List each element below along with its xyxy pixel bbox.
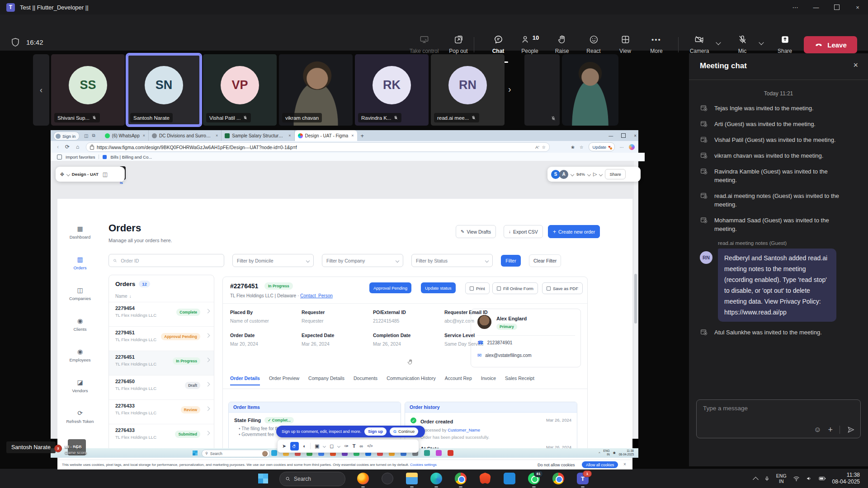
zoom-chevron-icon[interactable]	[587, 172, 591, 176]
raise-hand-button[interactable]: Raise	[544, 34, 580, 54]
favorite-star-icon[interactable]: ☆	[542, 145, 546, 150]
participant-tile[interactable]: VP Vishal Patil ...	[203, 54, 277, 126]
read-aloud-icon[interactable]: Aʹ	[535, 145, 539, 150]
attach-icon[interactable]: +	[828, 426, 833, 433]
mic-button[interactable]: Mic	[725, 34, 760, 54]
figma-menu-icon[interactable]: ❖	[60, 171, 65, 178]
chrome-icon[interactable]	[552, 473, 564, 484]
window-maximize-button[interactable]	[826, 0, 847, 14]
tab-close-icon[interactable]: ×	[288, 133, 291, 138]
comment-tool-icon[interactable]: ◐	[303, 443, 306, 449]
layout-panel-icon[interactable]: ◫	[103, 171, 108, 178]
vertical-tabs-icon[interactable]: ⧉	[92, 133, 95, 138]
emoji-icon[interactable]: ☺	[814, 426, 821, 434]
extensions-icon[interactable]: ❀	[571, 145, 575, 150]
Dashboard[interactable]: ▦ Dashboard	[57, 222, 103, 253]
scrollbar-thumb[interactable]	[634, 274, 637, 324]
chat-close-icon[interactable]: ×	[853, 61, 858, 70]
tab-close-icon[interactable]: ×	[351, 133, 354, 138]
people-button[interactable]: 10 People	[512, 34, 547, 54]
create-new-order-button[interactable]: +Create new order	[548, 225, 600, 238]
Vendors[interactable]: ◪ Vendors	[57, 376, 103, 407]
share-button[interactable]: Share	[767, 34, 802, 54]
order-row[interactable]: 2276450 TL Flex Holdings LLC Draft	[109, 375, 214, 400]
chat-message-list[interactable]: Today 11:21 Tejas Ingle was invited to t…	[700, 90, 857, 344]
export-csv-button[interactable]: ↓Export CSV	[504, 225, 543, 238]
wifi-icon[interactable]	[793, 476, 800, 482]
brave-icon[interactable]	[479, 473, 491, 484]
browser-update-button[interactable]: Update ♥	[589, 142, 615, 151]
volume-icon[interactable]	[806, 475, 812, 482]
Company Details[interactable]: Company Details	[308, 375, 344, 385]
Invoice[interactable]: Invoice	[481, 375, 496, 385]
participant-tile[interactable]: RN read.ai mee...	[431, 54, 505, 126]
firefox-icon[interactable]	[357, 473, 369, 484]
fill-online-form-button[interactable]: Fill Online Form	[492, 282, 538, 294]
tab-search-icon[interactable]: ◫	[84, 133, 88, 138]
teams-icon[interactable]: 1	[577, 473, 589, 484]
participant-tile[interactable]: SN Santosh Narate	[127, 54, 201, 126]
Employees[interactable]: ◉ Employees	[57, 345, 103, 376]
collaborator-avatar[interactable]: A	[559, 170, 568, 179]
chat-input-box[interactable]: ☺ +	[696, 399, 861, 438]
file-explorer-icon[interactable]	[406, 473, 418, 484]
present-icon[interactable]: ▷	[593, 171, 597, 177]
participant-tile[interactable]: SS Shivani Sup...	[51, 54, 125, 126]
bookmark-link[interactable]: Bills | Billing and Co...	[110, 155, 152, 160]
vscode-icon[interactable]	[504, 473, 515, 484]
order-row[interactable]: 2279454 TL Flex Holdings LLC Complete	[109, 302, 214, 327]
home-icon[interactable]: ⌂	[76, 144, 79, 150]
code-tool-icon[interactable]: </>	[367, 444, 373, 448]
zoom-level[interactable]: 94%	[576, 172, 585, 177]
order-row[interactable]: 2276433 TL Flex Holdings LLC Submitted	[109, 424, 214, 449]
allow-cookies-button[interactable]: Allow all cookies	[582, 461, 618, 468]
tab-close-icon[interactable]: ×	[143, 133, 145, 138]
text-tool-icon[interactable]: T	[353, 443, 356, 449]
sign-up-button[interactable]: Sign up	[364, 427, 387, 436]
back-icon[interactable]: ‹	[57, 144, 59, 150]
whatsapp-icon[interactable]: 81	[528, 473, 540, 484]
send-icon[interactable]	[847, 426, 855, 434]
browser-maximize-button[interactable]	[621, 133, 626, 138]
react-button[interactable]: React	[576, 34, 611, 54]
battery-icon[interactable]	[819, 476, 826, 481]
start-button[interactable]	[258, 474, 268, 483]
Communication History[interactable]: Communication History	[387, 375, 436, 385]
copilot-icon[interactable]	[629, 144, 635, 150]
chat-input[interactable]	[702, 404, 849, 412]
window-more-icon[interactable]: ⋯	[785, 0, 806, 14]
language-indicator[interactable]: ENGIN	[776, 473, 787, 484]
collaborator-avatar[interactable]: S	[551, 170, 560, 179]
filter-button[interactable]: Filter	[501, 255, 521, 267]
edge-icon[interactable]	[430, 473, 442, 484]
google-continue-button[interactable]: GContinue	[390, 427, 418, 436]
chrome-icon[interactable]	[455, 473, 467, 484]
Refresh Token[interactable]: ⟳ Refresh Token	[57, 407, 103, 437]
Clients[interactable]: ◉ Clients	[57, 314, 103, 345]
camera-button[interactable]: Camera	[682, 34, 717, 54]
browser-tab[interactable]: Design - UAT - Figma ×	[295, 130, 357, 141]
approval-pending-button[interactable]: Approval Pending	[369, 282, 411, 293]
taskbar-search[interactable]: Search	[279, 472, 345, 486]
Filter by Company[interactable]: Filter by Company	[322, 254, 403, 267]
active-speaker-tile[interactable]	[562, 54, 618, 126]
order-row[interactable]: 2279451 TL Flex Holdings LLC Approval Pe…	[109, 327, 214, 351]
browser-menu-icon[interactable]: ⋯	[620, 145, 624, 150]
order-id-search[interactable]	[108, 254, 224, 267]
favorites-bar-icon[interactable]: ☆︎	[580, 145, 584, 150]
participant-tile[interactable]: vikram chavan	[279, 54, 353, 126]
take-control-button[interactable]: Take control	[406, 34, 442, 54]
link-tool-icon[interactable]: ∞	[359, 443, 363, 449]
print-button[interactable]: Print	[465, 282, 490, 294]
browser-minimize-button[interactable]: —	[609, 133, 613, 138]
figma-share-button[interactable]: Share	[605, 169, 625, 179]
Sales Receipt[interactable]: Sales Receipt	[505, 375, 534, 385]
Filter by Status[interactable]: Filter by Status	[411, 254, 493, 267]
shape-tool-icon[interactable]: ◻	[330, 443, 334, 449]
chat-button[interactable]: Chat	[481, 34, 516, 54]
Account Rep[interactable]: Account Rep	[445, 375, 472, 385]
Order Preview[interactable]: Order Preview	[269, 375, 299, 385]
view-drafts-button[interactable]: ✎View Drafts	[456, 225, 496, 238]
tray-mic-icon[interactable]	[764, 476, 770, 482]
present-chevron-icon[interactable]	[599, 172, 603, 176]
